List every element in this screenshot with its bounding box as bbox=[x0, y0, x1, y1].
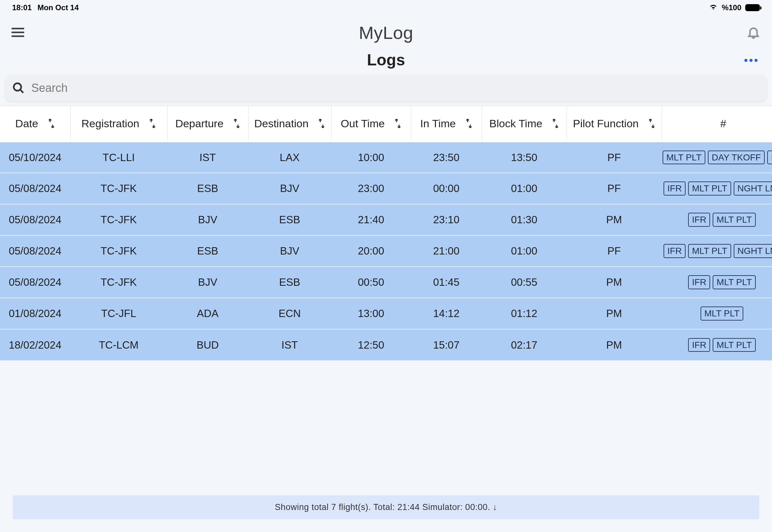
column-label: Out Time bbox=[341, 117, 385, 130]
cell-dep: ESB bbox=[167, 235, 248, 267]
logs-table: DateRegistrationDepartureDestinationOut … bbox=[0, 106, 772, 360]
column-header[interactable]: Date bbox=[0, 106, 70, 142]
cell-dest: BJV bbox=[248, 235, 331, 267]
menu-button[interactable] bbox=[11, 27, 24, 39]
sort-icon bbox=[48, 119, 55, 128]
sort-icon bbox=[465, 119, 472, 128]
table-row[interactable]: 05/08/2024TC-JFKBJVESB21:4023:1001:30PMI… bbox=[0, 204, 772, 235]
cell-tags: IFRMLT PLT bbox=[662, 329, 772, 360]
column-header[interactable]: Departure bbox=[167, 106, 248, 142]
cell-date: 05/10/2024 bbox=[0, 142, 70, 173]
cell-dest: BJV bbox=[248, 173, 331, 204]
sort-icon bbox=[233, 119, 240, 128]
cell-block: 02:17 bbox=[482, 329, 567, 360]
table-row[interactable]: 18/02/2024TC-LCMBUDIST12:5015:0702:17PMI… bbox=[0, 329, 772, 360]
cell-date: 05/08/2024 bbox=[0, 267, 70, 298]
tag-badge: NGHT LN bbox=[734, 181, 772, 196]
logs-table-container[interactable]: DateRegistrationDepartureDestinationOut … bbox=[0, 106, 772, 360]
cell-block: 01:12 bbox=[482, 298, 567, 329]
summary-bar[interactable]: Showing total 7 flight(s). Total: 21:44 … bbox=[13, 495, 759, 519]
cell-out: 00:50 bbox=[331, 267, 411, 298]
notifications-button[interactable] bbox=[746, 25, 761, 41]
cell-dep: ESB bbox=[167, 173, 248, 204]
cell-dep: IST bbox=[167, 142, 248, 173]
battery-icon bbox=[745, 4, 760, 11]
column-label: Block Time bbox=[489, 117, 542, 130]
search-input[interactable] bbox=[31, 81, 760, 95]
cell-reg: TC-JFK bbox=[70, 204, 167, 235]
cell-func: PM bbox=[567, 298, 662, 329]
table-row[interactable]: 05/08/2024TC-JFKESBBJV23:0000:0001:00PFI… bbox=[0, 173, 772, 204]
cell-reg: TC-JFK bbox=[70, 267, 167, 298]
tag-badge: MLT PLT bbox=[713, 213, 755, 227]
sort-icon bbox=[552, 119, 559, 128]
cell-tags: MLT PLTDAY TKOFFD bbox=[662, 142, 772, 173]
cell-dest: ESB bbox=[248, 204, 331, 235]
cell-tags: IFRMLT PLT bbox=[662, 204, 772, 235]
cell-tags: IFRMLT PLT bbox=[662, 267, 772, 298]
cell-func: PM bbox=[567, 329, 662, 360]
cell-date: 01/08/2024 bbox=[0, 298, 70, 329]
column-header: # bbox=[662, 106, 772, 142]
tag-badge: MLT PLT bbox=[701, 307, 743, 321]
table-row[interactable]: 05/10/2024TC-LLIISTLAX10:0023:5013:50PFM… bbox=[0, 142, 772, 173]
table-row[interactable]: 05/08/2024TC-JFKBJVESB00:5001:4500:55PMI… bbox=[0, 267, 772, 298]
cell-dest: ESB bbox=[248, 267, 331, 298]
column-header[interactable]: Block Time bbox=[482, 106, 567, 142]
cell-out: 23:00 bbox=[331, 173, 411, 204]
cell-out: 10:00 bbox=[331, 142, 411, 173]
wifi-icon bbox=[709, 3, 718, 12]
column-header[interactable]: Registration bbox=[70, 106, 167, 142]
column-label: Date bbox=[15, 117, 38, 130]
cell-tags: MLT PLT bbox=[662, 298, 772, 329]
tag-badge: NGHT LN bbox=[734, 244, 772, 258]
column-label: Destination bbox=[254, 117, 308, 130]
cell-dep: BUD bbox=[167, 329, 248, 360]
column-label: In Time bbox=[420, 117, 456, 130]
sort-icon bbox=[394, 119, 401, 128]
column-header[interactable]: Pilot Function bbox=[567, 106, 662, 142]
sort-icon bbox=[318, 119, 325, 128]
tag-badge: MLT PLT bbox=[663, 151, 705, 165]
tag-badge: IFR bbox=[688, 275, 710, 289]
cell-block: 01:30 bbox=[482, 204, 567, 235]
cell-block: 00:55 bbox=[482, 267, 567, 298]
cell-in: 21:00 bbox=[411, 235, 482, 267]
svg-rect-1 bbox=[11, 32, 24, 33]
cell-date: 05/08/2024 bbox=[0, 235, 70, 267]
device-status-bar: 18:01 Mon Oct 14 %100 bbox=[0, 0, 772, 13]
more-options-button[interactable]: ••• bbox=[744, 54, 761, 66]
column-header[interactable]: In Time bbox=[411, 106, 482, 142]
cell-in: 23:10 bbox=[411, 204, 482, 235]
cell-in: 00:00 bbox=[411, 173, 482, 204]
hamburger-icon bbox=[11, 27, 24, 37]
cell-dep: BJV bbox=[167, 267, 248, 298]
svg-rect-2 bbox=[11, 35, 24, 37]
cell-func: PM bbox=[567, 204, 662, 235]
table-row[interactable]: 01/08/2024TC-JFLADAECN13:0014:1201:12PMM… bbox=[0, 298, 772, 329]
cell-dest: ECN bbox=[248, 298, 331, 329]
svg-line-4 bbox=[20, 90, 23, 93]
cell-in: 23:50 bbox=[411, 142, 482, 173]
cell-reg: TC-LLI bbox=[70, 142, 167, 173]
cell-out: 12:50 bbox=[331, 329, 411, 360]
cell-dest: LAX bbox=[248, 142, 331, 173]
status-battery-text: %100 bbox=[722, 3, 741, 12]
cell-reg: TC-JFK bbox=[70, 173, 167, 204]
cell-func: PF bbox=[567, 142, 662, 173]
sort-icon bbox=[648, 119, 655, 128]
column-label: # bbox=[720, 117, 726, 130]
column-label: Departure bbox=[175, 117, 223, 130]
column-header[interactable]: Destination bbox=[248, 106, 331, 142]
bell-icon bbox=[746, 25, 761, 39]
cell-reg: TC-JFK bbox=[70, 235, 167, 267]
column-header[interactable]: Out Time bbox=[331, 106, 411, 142]
table-row[interactable]: 05/08/2024TC-JFKESBBJV20:0021:0001:00PFI… bbox=[0, 235, 772, 267]
cell-reg: TC-JFL bbox=[70, 298, 167, 329]
cell-in: 01:45 bbox=[411, 267, 482, 298]
search-bar[interactable] bbox=[5, 75, 767, 101]
app-title: MyLog bbox=[359, 22, 413, 43]
cell-in: 14:12 bbox=[411, 298, 482, 329]
cell-block: 01:00 bbox=[482, 173, 567, 204]
cell-dep: BJV bbox=[167, 204, 248, 235]
